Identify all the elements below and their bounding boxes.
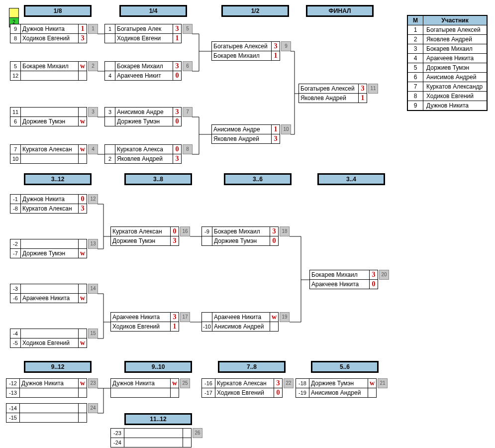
matchnum-15: 15 — [88, 329, 98, 338]
matchnum-7: 7 — [183, 107, 193, 117]
match-3: 11 6Доржиев Тумэнw — [10, 107, 87, 126]
match-12: -1Дужнов Никита0 -8Куркатов Алексан3 — [10, 194, 87, 214]
matchnum-23: 23 — [88, 378, 98, 388]
match-22: -16Куркатов Алексан3 -17Ходиков Евгений0 — [201, 378, 283, 398]
round-header-1-2: 1/2 — [221, 5, 289, 17]
matchnum-21: 21 — [378, 378, 388, 388]
matchnum-26: 26 — [193, 428, 202, 438]
participants-table: МУчастник 1Богатырев Алексей 2Яковлев Ан… — [407, 15, 488, 111]
matchnum-24: 24 — [88, 403, 98, 413]
matchnum-11: 11 — [368, 84, 378, 94]
matchnum-20: 20 — [379, 270, 389, 280]
match-5: 1Богатырев Алек3 Ходиков Евгени1 — [104, 24, 182, 43]
match-8: Куркатов Алекса0 2Яковлев Андрей3 — [104, 144, 182, 164]
match-10: Анисимов Андре1 Яковлев Андрей3 — [211, 124, 280, 144]
round-header-9-10: 9..10 — [124, 361, 192, 373]
matchnum-19: 19 — [280, 312, 290, 322]
round-header-1-4: 1/4 — [119, 5, 187, 17]
match-11: Богатырев Алексей3 Яковлев Андрей1 — [298, 84, 367, 103]
match-16: Куркатов Алексан0 Доржиев Тумэн3 — [110, 226, 179, 246]
round-header-9-12: 9..12 — [24, 361, 92, 373]
match-23: -12Дужнов Никитаw -13 — [6, 378, 87, 398]
matchnum-3: 3 — [88, 107, 98, 117]
match-4: 7Куркатов Алексанw 10 — [10, 144, 87, 164]
match-24: -14 -15 — [6, 403, 87, 423]
round-header-3-12: 3..12 — [24, 173, 92, 185]
matchnum-9: 9 — [281, 41, 291, 51]
participants-head-m: М — [407, 15, 423, 25]
round-header-7-8: 7..8 — [218, 361, 286, 373]
round-header-3-8: 3..8 — [124, 173, 192, 185]
bracket-canvas: 2 1/8 1/4 1/2 ФИНАЛ МУчастник 1Богатырев… — [0, 0, 495, 448]
matchnum-18: 18 — [280, 226, 290, 236]
match-17: Аракчеев Никита3 Ходиков Евгений1 — [110, 312, 179, 332]
matchnum-13: 13 — [88, 239, 98, 249]
match-26: -23 -24 — [110, 428, 192, 448]
matchnum-17: 17 — [180, 312, 190, 322]
matchnum-25: 25 — [180, 378, 190, 388]
match-9: Богатырев Алексей3 Бокарев Михаил1 — [211, 41, 280, 61]
match-1: 9Дужнов Никита1 8Ходиков Евгений3 — [10, 24, 87, 43]
round-header-3-4: 3..4 — [317, 173, 385, 185]
matchnum-5: 5 — [183, 24, 193, 34]
matchnum-10: 10 — [281, 124, 291, 134]
matchnum-6: 6 — [183, 61, 193, 71]
match-6: Бокарев Михаил3 4Аракчеев Никит0 — [104, 61, 182, 81]
matchnum-22: 22 — [284, 378, 294, 388]
matchnum-12: 12 — [88, 194, 98, 204]
match-19: Аракчеев Никитаw -10Анисимов Андрей — [201, 312, 279, 332]
match-20: Бокарев Михаил3 Аракчеев Никита0 — [309, 270, 378, 289]
match-7: 3Анисимов Андре3 Доржиев Тумэн0 — [104, 107, 182, 126]
round-header-final: ФИНАЛ — [306, 5, 374, 17]
match-15: -4 -5Ходиков Евгенийw — [10, 329, 87, 348]
round-header-11-12: 11..12 — [124, 413, 192, 425]
matchnum-4: 4 — [88, 144, 98, 154]
round-header-1-8: 1/8 — [24, 5, 92, 17]
match-21: -18Доржиев Тумэнw -19Анисимов Андрей — [296, 378, 377, 398]
match-25: Дужнов Никитаw — [110, 378, 179, 398]
corner-cell-a — [9, 8, 19, 18]
matchnum-2: 2 — [88, 61, 98, 71]
match-18: -9Бокарев Михаил3 Доржиев Тумэн0 — [201, 226, 279, 246]
match-2: 5Бокарев Михаилw 12 — [10, 61, 87, 81]
round-header-5-6: 5..6 — [311, 361, 379, 373]
participants-head-name: Участник — [423, 15, 488, 25]
matchnum-14: 14 — [88, 284, 98, 294]
match-14: -3 -6Аракчеев Никитаw — [10, 284, 87, 303]
matchnum-8: 8 — [183, 144, 193, 154]
round-header-3-6: 3..6 — [224, 173, 292, 185]
match-13: -2 -7Доржиев Тумэнw — [10, 239, 87, 258]
matchnum-1: 1 — [88, 24, 98, 34]
matchnum-16: 16 — [180, 226, 190, 236]
